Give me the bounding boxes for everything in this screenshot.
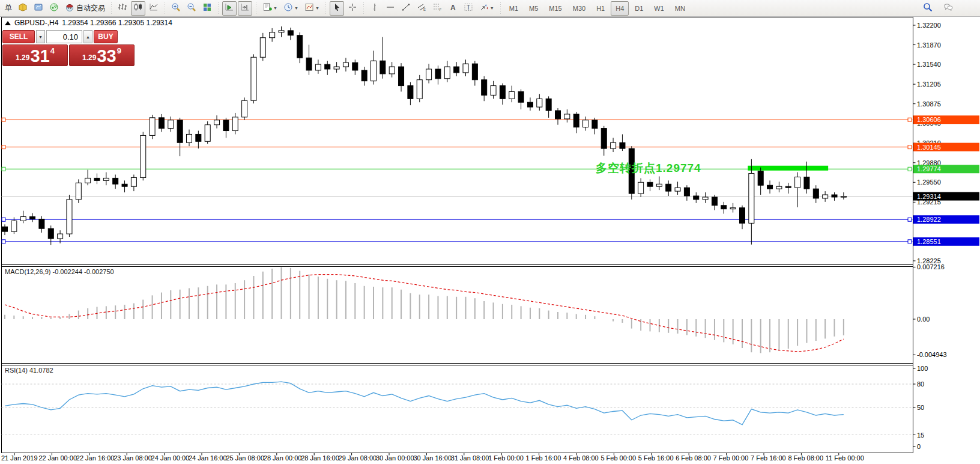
rsi-tick-label: 50 [917,404,924,411]
sell-button[interactable]: SELL [2,30,35,43]
timeframe-button-M30[interactable]: M30 [568,1,590,16]
timeframe-button-M1[interactable]: M1 [504,1,523,16]
auto-trading-button[interactable]: 自动交易 [62,1,107,16]
templates-button[interactable]: ▼ [302,1,322,16]
dropdown-arrow-icon[interactable]: ▼ [294,6,298,10]
periods-button[interactable]: ▼ [281,1,301,16]
timeframe-button-MN[interactable]: MN [670,1,690,16]
equidistant-channel-icon: E [417,2,426,14]
timeframe-button-W1[interactable]: W1 [649,1,669,16]
level-line-anchor[interactable] [2,240,5,243]
text-button[interactable]: A [446,1,460,16]
buy-button[interactable]: BUY [94,30,118,43]
chat-button[interactable] [941,1,955,16]
chart-shift-icon [240,2,250,14]
candle-body [592,120,597,129]
timeframe-button-M5[interactable]: M5 [524,1,543,16]
fibonacci-button[interactable]: F [430,1,444,16]
auto-scroll-button[interactable] [222,1,237,16]
time-tick-label: 7 Feb 00:00 [713,454,749,462]
candle-body [509,91,515,99]
indicators-button[interactable]: ▼ [260,1,280,16]
candle-body [785,186,791,188]
sell-price-display[interactable]: 1.29 31 4 [2,44,68,66]
level-price-box-label: 1.28551 [917,238,941,245]
trend-line-button[interactable] [399,1,413,16]
templates-icon [304,2,314,14]
candle-body [361,70,367,81]
time-tick-label: 23 Jan 08:00 [113,454,152,462]
level-line-anchor[interactable] [908,145,912,149]
bar-chart-button[interactable] [115,1,130,16]
dropdown-arrow-icon[interactable]: ▼ [315,6,319,10]
candle-body [426,69,432,80]
timeframe-button-D1[interactable]: D1 [630,1,648,16]
candle-body [177,120,183,142]
arrows-button[interactable]: ▼ [477,1,497,16]
lot-increase-button[interactable]: ▲ [83,30,92,43]
candle-body [675,188,680,191]
dropdown-arrow-icon[interactable]: ▼ [273,6,277,10]
rsi-line [5,382,844,425]
price-tick-label: 1.30875 [917,100,941,108]
chart-shift-button[interactable] [238,1,252,16]
level-price-box-label: 1.30606 [917,116,941,123]
pivot-thick-segment[interactable] [748,166,828,171]
chat-icon [943,2,953,14]
crosshair-button[interactable] [345,1,360,16]
candle-body [122,184,127,186]
time-tick-label: 30 Jan 00:00 [376,454,414,462]
pivot-annotation-text[interactable]: 多空转折点1.29774 [596,160,701,176]
history-center-button[interactable] [16,1,30,16]
zoom-out-button[interactable] [184,1,199,16]
text-label-button[interactable]: T [461,1,476,16]
timeframe-button-H4[interactable]: H4 [611,1,629,16]
candle-body [242,100,247,117]
line-chart-button[interactable] [147,1,161,16]
buy-price-display[interactable]: 1.29 33 9 [69,44,135,66]
level-line-anchor[interactable] [2,145,5,149]
lot-size-input[interactable]: 0.10 [46,30,82,43]
horizontal-line-button[interactable] [383,1,398,16]
time-tick-label: 28 Jan 16:00 [301,454,339,462]
vertical-line-button[interactable] [368,1,382,16]
time-tick-label: 6 Feb 08:00 [676,454,711,462]
buy-price-point: 9 [117,46,121,55]
candle-body [730,208,736,209]
rsi-tick-label: 0 [917,443,921,450]
collapse-panel-icon[interactable] [5,21,11,25]
candle-body [491,86,496,96]
candle-body [76,183,81,200]
rsi-tick-label: 15 [917,432,924,439]
lot-decrease-button[interactable]: ▼ [36,30,45,43]
time-tick-label: 31 Jan 08:00 [451,454,489,462]
candle-body [288,31,293,35]
level-line-anchor[interactable] [908,240,912,243]
zoom-in-button[interactable] [169,1,183,16]
time-tick-label: 21 Jan 2019 [1,454,38,462]
candle-body [638,182,644,194]
main-toolbar: 单自动交易▼▼▼EFAT▼M1M5M15M30H1H4D1W1MN [0,0,980,17]
candle-body [758,171,763,186]
tile-windows-button[interactable] [200,1,214,16]
level-line-anchor[interactable] [908,118,912,121]
search-button[interactable] [921,1,935,16]
market-watch-button[interactable] [31,1,46,16]
level-line-anchor[interactable] [2,167,5,171]
zoom-out-icon [187,2,196,14]
level-line-anchor[interactable] [908,167,912,171]
candle-body [39,219,44,228]
equidistant-channel-button[interactable]: E [414,1,429,16]
timeframe-button-M15[interactable]: M15 [544,1,566,16]
dropdown-arrow-icon[interactable]: ▼ [490,6,494,10]
timeframe-button-H1[interactable]: H1 [591,1,609,16]
level-line-anchor[interactable] [2,218,5,221]
candle-chart-button[interactable] [131,1,145,16]
toolbar-separator [163,2,167,14]
level-line-anchor[interactable] [2,118,5,121]
candle-body [454,67,459,73]
cursor-button[interactable] [330,1,344,16]
signals-button[interactable] [47,1,61,16]
level-line-anchor[interactable] [908,218,912,221]
new-order-button[interactable]: 单 [1,1,14,16]
